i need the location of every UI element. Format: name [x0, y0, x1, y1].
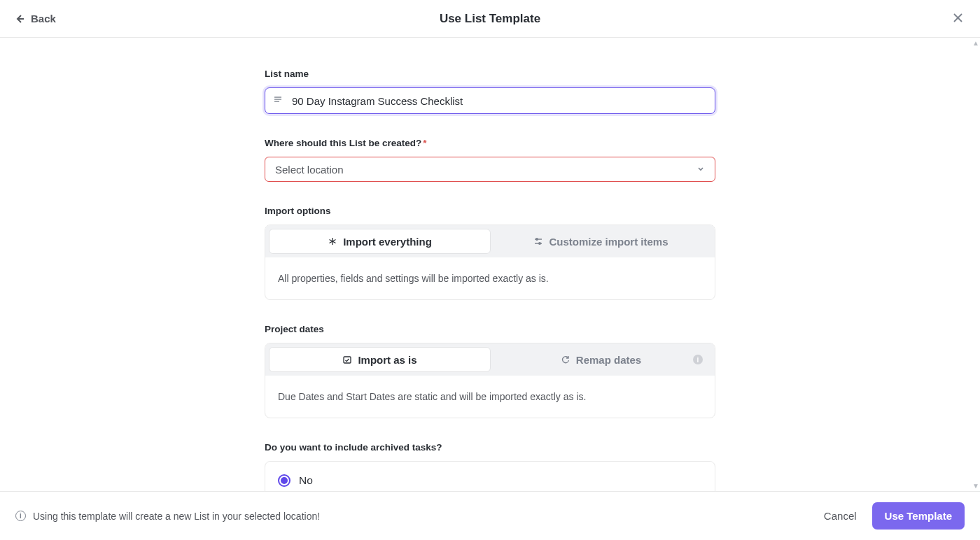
list-name-input[interactable] [265, 87, 715, 114]
list-icon [273, 94, 283, 107]
location-placeholder: Select location [275, 164, 344, 176]
scrollbar[interactable]: ▲ ▼ [970, 38, 980, 491]
dialog-header: Back Use List Template [0, 0, 980, 38]
sliders-icon [533, 236, 543, 246]
import-options-desc: All properties, fields and settings will… [265, 257, 715, 299]
close-icon [953, 13, 963, 23]
archived-no-option[interactable]: No [278, 474, 702, 487]
archived-label: Do you want to include archived tasks? [265, 442, 715, 453]
close-button[interactable] [950, 10, 966, 28]
back-button[interactable]: Back [14, 13, 56, 24]
project-dates-desc: Due Dates and Start Dates are static and… [265, 376, 715, 418]
svg-point-7 [536, 239, 538, 241]
import-as-is-tab[interactable]: Import as is [269, 347, 491, 372]
location-select[interactable]: Select location [265, 157, 715, 182]
customize-import-tab[interactable]: Customize import items [491, 229, 711, 254]
use-template-button[interactable]: Use Template [872, 502, 965, 530]
scroll-up-arrow-icon: ▲ [972, 39, 979, 47]
required-mark: * [423, 138, 426, 148]
import-everything-label: Import everything [343, 236, 432, 248]
dialog-footer: i Using this template will create a new … [0, 491, 980, 540]
import-everything-tab[interactable]: Import everything [269, 229, 491, 254]
info-circle-icon: i [15, 511, 26, 521]
customize-import-label: Customize import items [549, 236, 668, 248]
dialog-title: Use List Template [440, 12, 540, 26]
svg-point-9 [539, 243, 541, 245]
cancel-button[interactable]: Cancel [824, 510, 857, 522]
archived-no-label: No [299, 474, 313, 487]
back-label: Back [31, 13, 56, 24]
remap-dates-tab[interactable]: Remap dates i [491, 347, 711, 372]
footer-info-text: Using this template will create a new Li… [33, 511, 320, 522]
radio-icon [278, 474, 290, 487]
arrow-left-icon [14, 13, 25, 24]
list-name-input-wrap [265, 87, 715, 114]
scroll-down-arrow-icon: ▼ [972, 482, 979, 490]
calendar-check-icon [342, 355, 352, 364]
svg-rect-10 [344, 357, 351, 363]
info-icon[interactable]: i [693, 355, 703, 364]
import-options-card: Import everything Customize import items… [265, 225, 715, 300]
location-label-text: Where should this List be created? [265, 138, 421, 148]
import-options-label: Import options [265, 206, 715, 216]
project-dates-card: Import as is Remap dates i Due Dates and… [265, 343, 715, 418]
refresh-icon [561, 355, 570, 364]
dialog-body: List name Where should this List be crea… [0, 38, 980, 491]
location-label: Where should this List be created? * [265, 138, 715, 148]
import-as-is-label: Import as is [358, 354, 416, 366]
archived-radio-group: No Yes, include archived tasks [265, 461, 715, 491]
footer-info: i Using this template will create a new … [15, 511, 320, 522]
import-options-toggle: Import everything Customize import items [265, 225, 715, 257]
list-name-label: List name [265, 69, 715, 79]
footer-actions: Cancel Use Template [824, 502, 965, 530]
remap-dates-label: Remap dates [576, 354, 641, 366]
project-dates-toggle: Import as is Remap dates i [265, 343, 715, 376]
form-content: List name Where should this List be crea… [265, 38, 715, 491]
location-select-wrap: Select location [265, 157, 715, 182]
chevron-down-icon [696, 163, 705, 176]
project-dates-label: Project dates [265, 324, 715, 334]
asterisk-icon [328, 236, 337, 246]
